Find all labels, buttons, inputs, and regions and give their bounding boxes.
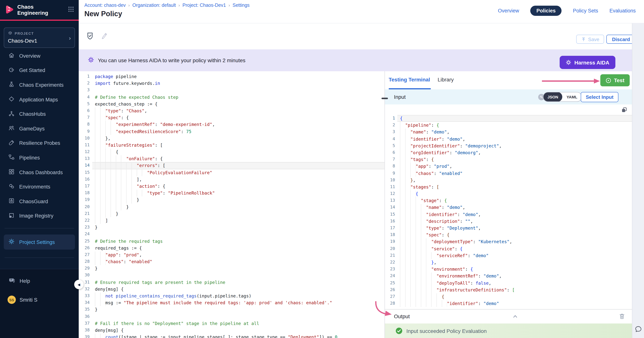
format-toggle[interactable]: JSON YAML	[543, 92, 582, 102]
policy-workspace: 1package pipeline2import future.keywords…	[79, 71, 644, 338]
code-line: 13 "onFailure": {	[79, 156, 384, 162]
line-number: 1	[385, 115, 397, 122]
select-input-button[interactable]: Select Input	[581, 92, 618, 102]
sidebar-item-label: ChaosGuard	[19, 198, 48, 204]
sidebar-item-get-started[interactable]: Get Started	[0, 63, 79, 78]
chevron-up-icon[interactable]	[512, 313, 518, 321]
code-line: 20 }	[79, 203, 384, 210]
line-number: 6	[385, 149, 397, 156]
line-number: 9	[385, 170, 397, 177]
line-number: 21	[79, 210, 92, 217]
code-line: 5expected_chaos_step := {	[79, 101, 384, 107]
line-number: 15	[79, 169, 92, 176]
sidebar-item-pipelines[interactable]: Pipelines	[0, 150, 79, 165]
line-number: 2	[79, 80, 92, 87]
line-number: 24	[385, 273, 397, 279]
code-line: 6 "orgIdentifier": "demoorg",	[385, 149, 632, 156]
breadcrumb-link[interactable]: Project: Chaos-Dev1	[182, 3, 226, 8]
line-number: 13	[385, 197, 397, 204]
line-number: 30	[79, 272, 92, 279]
discard-button[interactable]: Discard	[606, 35, 636, 44]
brand-accent-bar	[0, 20, 79, 21]
project-selector[interactable]: PROJECT Chaos-Dev1 ›	[4, 28, 75, 48]
trash-icon[interactable]	[619, 313, 625, 321]
policy-code-editor[interactable]: 1package pipeline2import future.keywords…	[79, 71, 384, 338]
code-line: 31# Ensure required tags are present in …	[79, 279, 384, 286]
harness-chaos-engineering-app: Chaos Engineering PROJECT Chaos-Dev1	[0, 0, 644, 338]
line-number: 26	[79, 244, 92, 251]
code-line: 5 "projectIdentifier": "demoproject",	[385, 143, 632, 149]
line-number: 25	[79, 238, 92, 244]
line-number: 38	[79, 327, 92, 334]
copy-icon[interactable]	[621, 107, 628, 115]
line-number: 27	[385, 293, 397, 300]
line-number: 5	[79, 101, 92, 107]
code-line: 3 "name": "demo",	[385, 129, 632, 136]
sidebar-item-overview[interactable]: Overview	[0, 49, 79, 63]
line-number: 34	[79, 299, 92, 306]
sidebar-item-chaoshubs[interactable]: ChaosHubs	[0, 107, 79, 121]
input-json-editor[interactable]: 1{2 "pipeline": {3 "name": "demo",4 "ide…	[385, 104, 632, 309]
code-line: 12 {	[79, 149, 384, 155]
top-nav-policies[interactable]: Policies	[530, 6, 562, 16]
sidebar-item-resilience-probes[interactable]: Resilience Probes	[0, 136, 79, 150]
dashboard-icon	[8, 169, 15, 176]
code-line: 23 "environment": {	[385, 266, 632, 273]
code-line: 29}	[79, 265, 384, 272]
save-button[interactable]: Save	[576, 35, 604, 44]
sidebar-item-label: Get Started	[19, 68, 45, 73]
main-content: Account: chaos-dev›Organization: default…	[79, 0, 644, 338]
code-line: 9 "chaos": "enabled"	[385, 170, 632, 177]
sidebar-item-gamedays[interactable]: GameDays	[0, 121, 79, 136]
sidebar-item-help[interactable]: ? Help	[0, 274, 79, 288]
sidebar-item-project-settings[interactable]: Project Settings	[4, 234, 75, 250]
format-option-json[interactable]: JSON	[543, 92, 562, 102]
breadcrumb-link[interactable]: Settings	[232, 3, 250, 8]
code-line: 12 {	[385, 190, 632, 197]
format-option-yaml[interactable]: YAML	[562, 92, 582, 102]
code-line: 15 "PolicyEvaluationFailure"	[79, 169, 384, 176]
breadcrumb-link[interactable]: Organization: default	[132, 3, 176, 8]
top-nav-evaluations[interactable]: Evaluations	[609, 8, 636, 14]
top-nav-policy-sets[interactable]: Policy Sets	[573, 8, 598, 14]
harness-aida-button[interactable]: Harness AIDA	[560, 56, 616, 69]
hexagons-icon	[8, 183, 15, 191]
code-line: 32deny[msg] {	[79, 286, 384, 292]
sidebar-item-chaosguard[interactable]: ChaosGuard	[0, 194, 79, 209]
code-line: 6 "type": "Chaos",	[79, 107, 384, 114]
launch-icon	[8, 67, 15, 74]
code-line: 22 ]	[79, 217, 384, 224]
sidebar: Chaos Engineering PROJECT Chaos-Dev1	[0, 0, 79, 338]
breadcrumb: Account: chaos-dev›Organization: default…	[84, 3, 250, 8]
sidebar-item-environments[interactable]: Environments	[0, 180, 79, 194]
gear-icon	[8, 238, 15, 246]
tab-library[interactable]: Library	[438, 77, 454, 83]
pane-resize-handle[interactable]	[382, 98, 388, 99]
cube-icon	[8, 31, 12, 36]
line-number: 4	[79, 94, 92, 101]
output-status-text: Input succeeded Policy Evaluation	[406, 328, 487, 334]
page-title: New Policy	[84, 10, 122, 18]
sidebar-item-chaos-dashboards[interactable]: Chaos Dashboards	[0, 165, 79, 180]
edit-pencil-icon[interactable]	[100, 32, 108, 42]
resource-center-chat-icon[interactable]	[634, 325, 642, 334]
sidebar-item-application-maps[interactable]: Application Maps	[0, 92, 79, 107]
top-nav-overview[interactable]: Overview	[498, 8, 519, 14]
sidebar-user[interactable]: SS Smriti S	[0, 292, 79, 307]
sidebar-item-image-registry[interactable]: Image Registry	[0, 209, 79, 223]
annotation-arrow-to-test	[541, 78, 602, 84]
line-number: 7	[79, 114, 92, 121]
output-success-bar: Input succeeded Policy Evaluation	[385, 323, 632, 338]
tab-testing-terminal[interactable]: Testing Terminal	[389, 77, 430, 83]
sidebar-collapse-handle[interactable]: ◀	[74, 280, 84, 289]
breadcrumb-link[interactable]: Account: chaos-dev	[84, 3, 126, 8]
sidebar-item-label: Application Maps	[19, 97, 58, 102]
module-switcher-icon[interactable]	[68, 6, 74, 14]
sidebar-item-chaos-experiments[interactable]: Chaos Experiments	[0, 78, 79, 92]
right-rail	[632, 23, 644, 338]
shield-check-icon[interactable]	[86, 32, 94, 42]
line-number: 10	[79, 135, 92, 142]
network-icon	[8, 110, 15, 118]
test-button[interactable]: Test	[600, 74, 630, 86]
line-number: 28	[79, 258, 92, 265]
